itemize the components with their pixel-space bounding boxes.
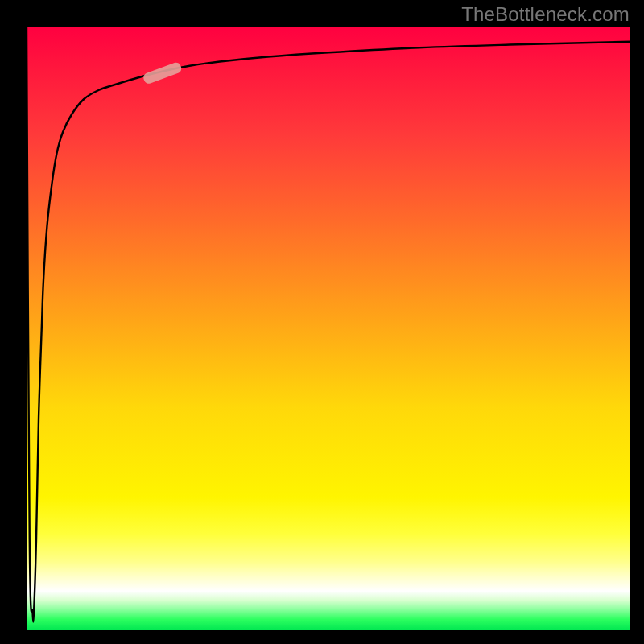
chart-frame: TheBottleneck.com <box>0 0 644 644</box>
curve-layer <box>27 27 630 630</box>
attribution-text: TheBottleneck.com <box>461 3 630 26</box>
highlight-marker <box>142 61 183 85</box>
bottleneck-curve <box>27 27 630 622</box>
